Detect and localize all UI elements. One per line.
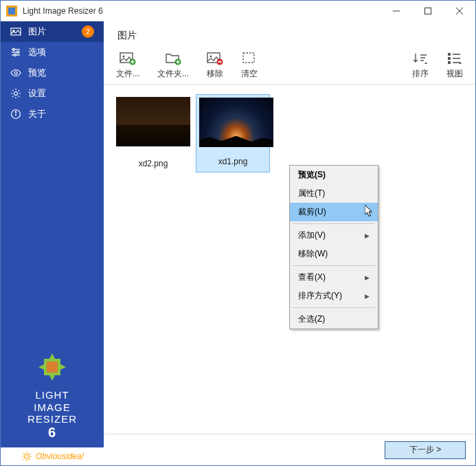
file-name: xd1.png (199, 157, 267, 166)
sidebar-item-label: 预览 (28, 67, 94, 79)
brand-line: 6 (1, 425, 104, 441)
ctx-label: 排序方式(Y) (298, 290, 342, 302)
ctx-remove[interactable]: 移除(W) (290, 245, 378, 263)
svg-point-15 (14, 92, 18, 96)
svg-point-27 (210, 56, 212, 58)
svg-rect-30 (448, 53, 451, 56)
sidebar: 图片 2 选项 预览 设置 关于 LIGHT (1, 21, 104, 465)
brand-line: IMAGE (1, 401, 104, 413)
submenu-arrow-icon: ▶ (365, 274, 370, 281)
thumbnail-image (199, 98, 273, 147)
svg-point-11 (13, 49, 15, 51)
remove-icon (207, 52, 223, 65)
window-controls (381, 1, 475, 21)
toolbar-label: 排序 (412, 68, 429, 80)
ctx-separator (293, 307, 375, 308)
toolbar-clear[interactable]: 清空 (241, 52, 258, 80)
toolbar-add-folder[interactable]: 文件夹... (157, 52, 189, 80)
window-title: Light Image Resizer 6 (23, 6, 381, 16)
title-bar: Light Image Resizer 6 (1, 1, 475, 21)
ctx-label: 预览(S) (298, 169, 326, 181)
ctx-label: 全选(Z) (298, 313, 325, 325)
sidebar-item-label: 图片 (28, 25, 75, 38)
svg-point-23 (123, 56, 125, 58)
toolbar-add-file[interactable]: 文件... (116, 52, 139, 80)
sidebar-item-label: 选项 (28, 46, 94, 58)
svg-point-14 (14, 71, 17, 74)
sliders-icon (10, 47, 21, 58)
brand-line: RESIZER (1, 413, 104, 425)
ctx-separator (293, 265, 375, 266)
svg-point-21 (25, 454, 29, 458)
ctx-view[interactable]: 查看(X)▶ (290, 268, 378, 287)
toolbar-label: 文件夹... (157, 68, 189, 80)
toolbar-label: 清空 (241, 68, 258, 80)
minimize-button[interactable] (381, 1, 412, 21)
sidebar-item-options[interactable]: 选项 (1, 42, 104, 63)
submenu-arrow-icon: ▶ (365, 293, 370, 300)
submenu-arrow-icon: ▶ (365, 232, 370, 239)
ctx-properties[interactable]: 属性(T) (290, 184, 378, 203)
toolbar-view[interactable]: 视图 (446, 52, 463, 80)
info-icon (10, 109, 21, 120)
maximize-button[interactable] (412, 1, 444, 21)
toolbar-remove[interactable]: 移除 (207, 52, 223, 80)
svg-rect-29 (243, 53, 254, 63)
page-title: 图片 (104, 21, 475, 46)
ctx-add[interactable]: 添加(V)▶ (290, 226, 378, 245)
sidebar-item-label: 设置 (28, 87, 94, 100)
ctx-label: 裁剪(U) (298, 206, 326, 218)
mouse-cursor-icon (365, 205, 376, 219)
add-file-icon (120, 52, 136, 65)
ctx-preview[interactable]: 预览(S) (290, 166, 378, 184)
footer-bar: 下一步 > (104, 434, 475, 465)
context-menu: 预览(S) 属性(T) 裁剪(U) 添加(V)▶ 移除(W) 查看(X)▶ 排序… (289, 165, 378, 329)
ctx-separator (293, 223, 375, 224)
ctx-label: 查看(X) (298, 271, 326, 283)
sidebar-item-about[interactable]: 关于 (1, 104, 104, 124)
thumbnail-image (116, 97, 190, 146)
sidebar-item-settings[interactable]: 设置 (1, 83, 104, 104)
svg-point-18 (15, 111, 16, 113)
svg-rect-31 (448, 57, 451, 60)
toolbar-sort[interactable]: 排序 (412, 52, 429, 80)
file-thumbnail[interactable]: xd1.png (196, 94, 270, 173)
toolbar: 文件... 文件夹... 移除 清空 排序 (104, 46, 475, 85)
svg-rect-32 (448, 61, 451, 64)
sidebar-item-images[interactable]: 图片 2 (1, 21, 104, 42)
ctx-label: 属性(T) (298, 188, 325, 199)
next-button[interactable]: 下一步 > (385, 441, 466, 459)
sort-icon (412, 52, 429, 65)
ctx-sortby[interactable]: 排序方式(Y)▶ (290, 287, 378, 305)
brand-footer-text: Obviousidea! (36, 452, 84, 461)
svg-rect-1 (8, 8, 15, 14)
toolbar-label: 移除 (207, 68, 223, 80)
svg-rect-20 (47, 362, 58, 373)
sidebar-badge: 2 (82, 25, 94, 38)
brand-line: LIGHT (1, 389, 104, 401)
sidebar-item-preview[interactable]: 预览 (1, 63, 104, 83)
brand-icon (37, 352, 67, 382)
file-thumbnail[interactable]: xd2.png (116, 97, 190, 168)
ctx-label: 移除(W) (298, 248, 328, 260)
brand-footer[interactable]: Obviousidea! (1, 447, 104, 465)
svg-rect-3 (425, 8, 431, 14)
view-icon (446, 52, 463, 65)
toolbar-label: 视图 (446, 68, 463, 80)
ctx-label: 添加(V) (298, 230, 326, 241)
clear-icon (241, 52, 258, 65)
bulb-icon (21, 451, 33, 462)
add-folder-icon (165, 52, 181, 65)
app-icon (6, 5, 17, 16)
file-name: xd2.png (116, 159, 190, 168)
close-button[interactable] (444, 1, 475, 21)
sidebar-item-label: 关于 (28, 108, 94, 120)
gear-icon (10, 88, 21, 99)
toolbar-label: 文件... (116, 68, 139, 80)
eye-icon (10, 67, 21, 78)
image-icon (10, 26, 21, 37)
svg-point-12 (17, 52, 19, 54)
svg-point-13 (14, 54, 16, 56)
ctx-selectall[interactable]: 全选(Z) (290, 310, 378, 329)
brand-logo: LIGHT IMAGE RESIZER 6 (1, 352, 104, 447)
